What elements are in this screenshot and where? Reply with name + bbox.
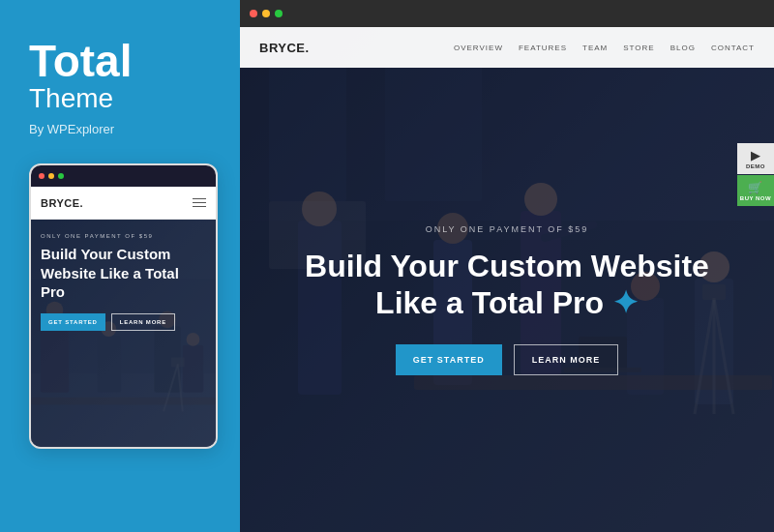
mobile-hero-title: Build Your Custom Website Like a Total P…: [41, 245, 206, 302]
desktop-nav: BRYCE. OVERVIEW FEATURES TEAM STORE BLOG…: [240, 27, 774, 68]
hamburger-icon[interactable]: [193, 198, 206, 208]
hamburger-line-1: [193, 198, 206, 200]
hero-title-line2: Like a Total Pro: [375, 285, 604, 320]
browser-dot-yellow: [262, 10, 270, 17]
dot-yellow: [48, 173, 54, 179]
hero-title-line1: Build Your Custom Website: [305, 249, 709, 283]
nav-link-overview[interactable]: OVERVIEW: [454, 44, 503, 52]
brand-title: Total: [29, 39, 132, 83]
hamburger-line-2: [193, 202, 206, 204]
floating-demo-button[interactable]: ▶ Demo: [737, 143, 774, 174]
nav-link-team[interactable]: TEAM: [582, 44, 608, 52]
desktop-hero-content: ONLY ONE PAYMENT OF $59 Build Your Custo…: [240, 27, 774, 532]
desktop-get-started-button[interactable]: GET STARTED: [396, 344, 502, 375]
nav-link-store[interactable]: STORE: [623, 44, 654, 52]
hamburger-line-3: [193, 206, 206, 208]
desktop-payment-label: ONLY ONE PAYMENT OF $59: [426, 224, 589, 234]
mobile-nav: BRYCE.: [31, 187, 216, 220]
nav-link-features[interactable]: FEATURES: [519, 44, 567, 52]
nav-link-contact[interactable]: CONTACT: [711, 44, 755, 52]
mobile-payment-label: ONLY ONE PAYMENT OF $59: [41, 233, 206, 239]
right-panel: BRYCE. OVERVIEW FEATURES TEAM STORE BLOG…: [240, 0, 774, 532]
desktop-hero-title: Build Your Custom Website Like a Total P…: [305, 248, 709, 322]
by-line: By WPExplorer: [29, 122, 114, 136]
accent-dot: ✦: [612, 285, 639, 320]
desktop-site: BRYCE. OVERVIEW FEATURES TEAM STORE BLOG…: [240, 27, 774, 532]
brand-subtitle: Theme: [29, 85, 113, 112]
browser-chrome: [240, 0, 774, 27]
demo-label: Demo: [746, 163, 765, 169]
floating-actions: ▶ Demo 🛒 Buy Now: [737, 143, 774, 206]
mobile-buttons: GET STARTED LEARN MORE: [41, 313, 206, 331]
mobile-top-bar: [31, 165, 216, 187]
browser-dot-red: [250, 10, 257, 17]
demo-play-icon: ▶: [751, 149, 760, 163]
dot-green: [58, 173, 64, 179]
browser-dot-green: [275, 10, 283, 17]
left-panel: Total Theme By WPExplorer BRYCE.: [0, 0, 240, 532]
dot-red: [39, 173, 45, 179]
mobile-get-started-button[interactable]: GET STARTED: [41, 313, 105, 331]
mobile-nav-brand: BRYCE.: [41, 197, 83, 209]
buy-cart-icon: 🛒: [748, 181, 763, 194]
mobile-hero-content: ONLY ONE PAYMENT OF $59 Build Your Custo…: [31, 220, 216, 340]
mobile-learn-more-button[interactable]: LEARN MORE: [111, 313, 175, 331]
window-controls: [250, 10, 283, 17]
desktop-mockup: BRYCE. OVERVIEW FEATURES TEAM STORE BLOG…: [240, 0, 774, 532]
mobile-mockup: BRYCE.: [29, 163, 218, 449]
desktop-nav-links: OVERVIEW FEATURES TEAM STORE BLOG CONTAC…: [454, 44, 755, 52]
floating-buy-button[interactable]: 🛒 Buy Now: [737, 175, 774, 206]
buy-label: Buy Now: [740, 195, 771, 201]
desktop-buttons: GET STARTED LEARN MORE: [396, 344, 618, 375]
mobile-hero: ONLY ONE PAYMENT OF $59 Build Your Custo…: [31, 220, 216, 449]
nav-link-blog[interactable]: BLOG: [670, 44, 696, 52]
desktop-nav-brand: BRYCE.: [259, 41, 310, 55]
desktop-learn-more-button[interactable]: LEARN MORE: [514, 344, 619, 375]
